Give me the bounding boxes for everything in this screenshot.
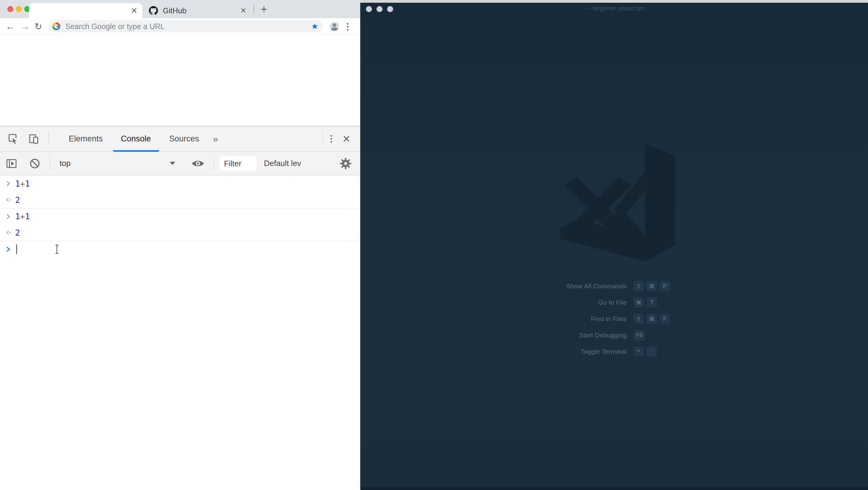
tab-divider — [254, 5, 254, 13]
text-caret — [17, 244, 17, 254]
macos-menubar-strip — [360, 0, 868, 3]
shortcut-row: Toggle Terminal^` — [452, 346, 742, 357]
vscode-shortcuts-watermark: Show All Commands⇧⌘PGo to File⌘TFind in … — [452, 281, 742, 363]
back-icon[interactable]: ← — [5, 18, 15, 34]
keycap: F — [660, 314, 670, 324]
toolbar-divider — [214, 156, 214, 171]
devtools-menu-icon[interactable] — [331, 135, 332, 144]
shortcut-keys: ⇧⌘P — [633, 281, 670, 291]
chrome-window: ✕ GitHub ✕ + ← → ↻ Search Google or type… — [0, 0, 360, 490]
inspect-element-icon[interactable] — [7, 133, 19, 145]
keycap: T — [647, 297, 657, 308]
log-level-select[interactable]: Default lev — [264, 159, 315, 168]
browser-tab-active[interactable]: ✕ — [29, 3, 142, 18]
chrome-toolbar: ← → ↻ Search Google or type a URL ★ — [0, 18, 360, 34]
shortcut-keys: F5 — [633, 330, 645, 340]
keycap: ⇧ — [633, 314, 644, 324]
devtools-panel: ElementsConsoleSources » ✕ — [0, 126, 360, 490]
keycap: F5 — [633, 330, 645, 340]
keycap: ⌘ — [633, 297, 644, 308]
vscode-window-title: — beginner-javascript — [361, 5, 868, 12]
chevron-down-icon — [170, 162, 175, 165]
browser-tab-github[interactable]: GitHub ✕ — [142, 3, 251, 18]
shortcut-row: Start DebuggingF5 — [452, 330, 742, 340]
address-placeholder: Search Google or type a URL — [65, 20, 165, 32]
keycap: ⇧ — [633, 281, 644, 291]
toolbar-divider — [49, 132, 49, 147]
console-prompt-row[interactable] — [0, 241, 360, 257]
keycap: ^ — [633, 346, 644, 357]
vscode-editor-area: — beginner-javascript Show All Commands⇧… — [360, 3, 868, 490]
keycap: ⌘ — [647, 281, 657, 291]
google-icon — [52, 22, 60, 30]
keycap: P — [660, 281, 670, 291]
execution-context-select[interactable]: top — [60, 159, 175, 168]
forward-icon[interactable]: → — [20, 18, 30, 34]
close-tab-icon[interactable]: ✕ — [131, 7, 137, 15]
shortcut-row: Go to File⌘T — [452, 297, 742, 308]
devtools-close-icon[interactable]: ✕ — [342, 133, 350, 145]
shortcut-label: Toggle Terminal — [452, 348, 627, 355]
address-bar[interactable]: Search Google or type a URL ★ — [49, 20, 322, 32]
console-input-row: 1+1 — [0, 175, 360, 192]
browser-menu-icon[interactable] — [347, 22, 348, 31]
screen: ✕ GitHub ✕ + ← → ↻ Search Google or type… — [0, 0, 868, 490]
reload-icon[interactable]: ↻ — [34, 18, 42, 34]
ibeam-cursor — [55, 244, 59, 255]
console-result-text: 2 — [15, 228, 20, 237]
shortcut-label: Show All Commands — [452, 283, 627, 290]
profile-avatar[interactable] — [330, 22, 339, 31]
console-log[interactable]: 1+121+12 — [0, 175, 360, 257]
live-expression-icon[interactable] — [191, 159, 205, 168]
close-tab-icon[interactable]: ✕ — [240, 7, 246, 14]
console-result-row: 2 — [0, 192, 360, 208]
console-result-row: 2 — [0, 224, 360, 241]
new-tab-button[interactable]: + — [257, 0, 271, 18]
return-value-icon — [0, 229, 13, 236]
return-value-icon — [0, 197, 13, 203]
keycap: ⌘ — [647, 314, 657, 324]
console-filter-input[interactable]: Filter — [220, 156, 257, 171]
shortcut-keys: ^` — [633, 346, 657, 357]
shortcut-row: Show All Commands⇧⌘P — [452, 281, 742, 291]
keycap: ` — [647, 346, 657, 357]
devtools-tabs: ElementsConsoleSources — [60, 126, 208, 152]
console-input-text: 1+1 — [15, 212, 30, 221]
window-close-button[interactable] — [7, 6, 13, 12]
vscode-logo-watermark — [558, 138, 678, 263]
window-minimize-button[interactable] — [16, 6, 22, 12]
device-toolbar-icon[interactable] — [28, 133, 40, 145]
shortcut-row: Find in Files⇧⌘F — [452, 314, 742, 324]
github-icon — [149, 6, 158, 15]
shortcut-label: Start Debugging — [452, 332, 627, 339]
bookmark-star-icon[interactable]: ★ — [311, 20, 318, 32]
clear-console-icon[interactable] — [29, 158, 40, 169]
console-input-text: 1+1 — [15, 179, 30, 189]
toolbar-divider — [50, 156, 50, 171]
shortcut-keys: ⇧⌘F — [633, 314, 670, 324]
expand-chevron-icon[interactable] — [0, 180, 13, 187]
prompt-chevron-icon — [0, 246, 13, 253]
vscode-window-edge — [361, 487, 868, 490]
tab-title: GitHub — [163, 6, 240, 15]
console-sidebar-icon[interactable] — [5, 157, 18, 170]
console-input-row: 1+1 — [0, 208, 360, 224]
shortcut-label: Go to File — [452, 299, 627, 306]
shortcut-label: Find in Files — [452, 315, 627, 322]
chrome-tab-strip: ✕ GitHub ✕ + — [0, 0, 360, 18]
devtools-tab-sources[interactable]: Sources — [160, 126, 208, 152]
devtools-tab-elements[interactable]: Elements — [60, 126, 112, 152]
more-tabs-icon[interactable]: » — [213, 134, 218, 144]
devtools-tabbar: ElementsConsoleSources » ✕ — [0, 126, 360, 152]
console-settings-gear-icon[interactable] — [339, 157, 352, 170]
devtools-tab-console[interactable]: Console — [112, 126, 160, 152]
browser-viewport[interactable] — [0, 34, 360, 126]
shortcut-keys: ⌘T — [633, 297, 657, 308]
vscode-window: — beginner-javascript Show All Commands⇧… — [360, 0, 868, 490]
context-label: top — [60, 159, 70, 168]
expand-chevron-icon[interactable] — [0, 213, 13, 220]
devtools-console-toolbar: top Filter Default lev — [0, 152, 360, 175]
console-result-text: 2 — [15, 195, 20, 205]
